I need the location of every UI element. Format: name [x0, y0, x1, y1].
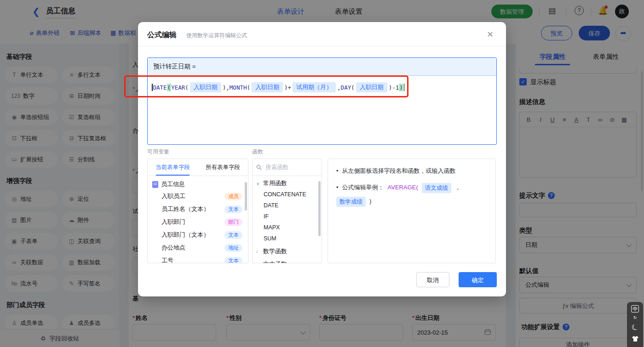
function-item-IF[interactable]: IF: [253, 211, 322, 222]
variable-name: 入职员工: [161, 192, 185, 200]
variable-row[interactable]: 入职部门（文本）文本: [148, 228, 248, 241]
function-group-label: 数学函数: [263, 247, 287, 256]
formula-field-chip[interactable]: 入职日期: [356, 82, 387, 92]
formula-editor-modal: 公式编辑 使用数学运算符编辑公式 ✕ 预计转正日期 = DATE(YEAR(入职…: [138, 22, 506, 296]
function-item-MAPX[interactable]: MAPX: [253, 222, 322, 233]
text-cursor: [404, 84, 405, 91]
variables-panel: 当前表单字段 所有表单字段 员工信息 入职员工成员员工姓名（文本）文本入职部门部…: [147, 159, 248, 263]
function-group-文本函数[interactable]: ›文本函数: [253, 257, 322, 263]
language-toggle-icon[interactable]: 中: [631, 305, 639, 313]
function-group-label: 常用函数: [263, 179, 287, 188]
search-icon: [256, 165, 262, 170]
form-icon: [152, 181, 158, 188]
variable-row[interactable]: 入职部门部门: [148, 216, 248, 228]
variable-row[interactable]: 入职员工成员: [148, 190, 248, 203]
example-field-chip: 数学成绩: [336, 197, 366, 207]
modal-title: 公式编辑: [147, 30, 177, 40]
confirm-button[interactable]: 确定: [459, 272, 497, 287]
example-function-name: AVERAGE(: [388, 183, 418, 192]
function-item-SUM[interactable]: SUM: [253, 233, 322, 244]
formula-function-name: DAY: [341, 84, 351, 91]
variable-name: 办公地点: [161, 244, 185, 252]
function-group-数学函数[interactable]: ›数学函数: [253, 244, 322, 257]
functions-panel: ∨常用函数CONCATENATEDATEIFMAPXSUM›数学函数›文本函数: [252, 159, 322, 263]
formula-text: (: [167, 84, 172, 91]
bullet-icon: •: [336, 183, 339, 192]
variable-type-badge: 地址: [224, 244, 242, 252]
formula-function-name: YEAR: [171, 84, 185, 91]
formula-function-name: MONTH: [230, 84, 247, 91]
formula-text: )-1: [389, 84, 399, 91]
function-group-label: 文本函数: [263, 260, 287, 263]
formula-text: )+: [284, 84, 291, 91]
example-field-chip: 语文成绩: [422, 183, 451, 193]
variable-row[interactable]: 办公地点地址: [148, 241, 248, 254]
chevron-right-icon: ›: [256, 249, 261, 254]
screen: ❮ 员工信息 表单设计 表单设置 数据管理 ▤ ? 🔔 政 ⌀表单外链 ⊠后端脚…: [0, 0, 644, 347]
function-search-input[interactable]: [264, 164, 312, 171]
variables-label: 可用变量: [147, 148, 169, 156]
variable-row[interactable]: 工号文本: [148, 254, 248, 263]
chevron-down-icon: ∨: [256, 181, 261, 186]
formula-text: (: [351, 84, 355, 91]
variable-name: 工号: [161, 256, 173, 263]
bullet-icon: •: [336, 166, 339, 176]
tips-panel: • 从左侧面板选择字段名和函数，或输入函数 • 公式编辑举例：AVERAGE( …: [328, 159, 496, 263]
formula-input-area[interactable]: 预计转正日期 = DATE(YEAR(入职日期),MONTH(入职日期)+试用期…: [147, 57, 497, 145]
formula-text: ,: [337, 84, 341, 91]
formula-field-chip[interactable]: 入职日期: [252, 82, 283, 92]
tip-line-1: • 从左侧面板选择字段名和函数，或输入函数: [336, 166, 487, 176]
theme-shirt-icon[interactable]: [632, 336, 639, 342]
sync-icon[interactable]: ↻: [633, 316, 637, 319]
form-node[interactable]: 员工信息: [148, 176, 248, 190]
tab-current-form-fields[interactable]: 当前表单字段: [148, 159, 198, 176]
scrollbar-thumb[interactable]: [245, 182, 247, 210]
variable-type-badge: 文本: [224, 257, 242, 264]
formula-field-chip[interactable]: 入职日期: [190, 82, 221, 92]
function-item-DATE[interactable]: DATE: [253, 200, 322, 211]
variable-name: 入职部门: [161, 218, 185, 226]
variable-type-badge: 文本: [224, 231, 242, 239]
formula-function-name: DATE: [153, 84, 167, 91]
chevron-right-icon: ›: [256, 262, 261, 264]
formula-text: (: [247, 84, 250, 91]
variable-name: 员工姓名（文本）: [161, 205, 209, 213]
formula-expression[interactable]: DATE(YEAR(入职日期),MONTH(入职日期)+试用期（月）,DAY(入…: [148, 76, 496, 99]
variable-type-badge: 部门: [224, 218, 242, 226]
dark-mode-moon-icon[interactable]: ☾: [630, 322, 640, 333]
close-icon[interactable]: ✕: [487, 29, 494, 40]
divider: [138, 46, 506, 46]
formula-target-field: 预计转正日期 =: [148, 58, 496, 76]
text-cursor: [152, 84, 153, 91]
function-item-CONCATENATE[interactable]: CONCATENATE: [253, 189, 322, 200]
tip-line-2: • 公式编辑举例：AVERAGE( 语文成绩 ， 数学成绩 ): [336, 183, 487, 207]
variable-type-badge: 文本: [224, 205, 242, 213]
cancel-button[interactable]: 取消: [416, 272, 449, 287]
functions-label: 函数: [252, 148, 263, 156]
modal-subtitle: 使用数学运算符编辑公式: [186, 32, 247, 40]
tab-all-form-fields[interactable]: 所有表单字段: [198, 159, 248, 176]
variable-type-badge: 成员: [224, 193, 242, 200]
function-search[interactable]: [253, 159, 322, 176]
variables-tabs: 当前表单字段 所有表单字段: [148, 159, 248, 176]
formula-text: (: [185, 84, 189, 91]
formula-text: ): [399, 84, 403, 91]
formula-field-chip[interactable]: 试用期（月）: [293, 82, 336, 92]
scrollbar-thumb[interactable]: [318, 181, 321, 236]
floating-tools-widget[interactable]: 中 ↻ ☾: [627, 302, 643, 347]
variable-row[interactable]: 员工姓名（文本）文本: [148, 203, 248, 216]
formula-text: ),: [223, 84, 230, 91]
variable-name: 入职部门（文本）: [161, 231, 209, 239]
function-group-常用函数[interactable]: ∨常用函数: [253, 176, 322, 189]
